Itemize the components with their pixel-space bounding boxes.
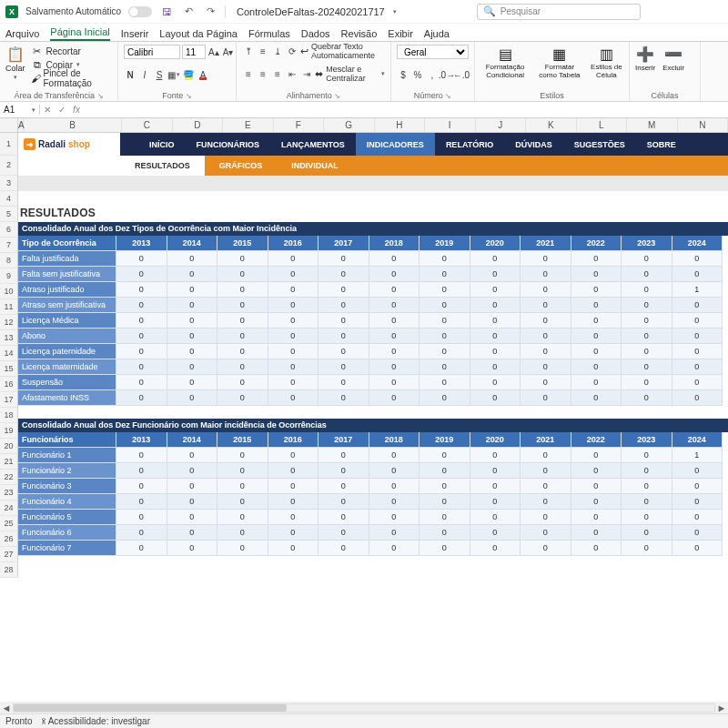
cell[interactable]: 0 [521,251,571,267]
cell[interactable]: 0 [571,313,622,329]
tab-ajuda[interactable]: Ajuda [424,26,450,41]
merge-center-button[interactable]: ⬌Mesclar e Centralizar▾ [315,67,385,80]
row-header[interactable]: 23 [0,485,18,500]
cell[interactable]: 0 [470,282,521,298]
borders-button[interactable]: ▦▾ [167,68,180,81]
cell[interactable]: 0 [318,525,369,541]
cell[interactable]: 0 [521,463,571,479]
row-header[interactable]: 21 [0,454,18,470]
cell[interactable]: 0 [268,298,319,313]
tab-layout[interactable]: Layout da Página [159,26,238,41]
cell[interactable]: 0 [167,494,218,510]
row-header[interactable]: 14 [0,346,18,361]
cell[interactable]: 0 [268,329,319,344]
cell[interactable]: 0 [521,525,571,541]
thousands-icon[interactable]: , [426,68,439,81]
underline-button[interactable]: S [153,68,166,81]
cell[interactable]: 0 [470,313,521,329]
tab-exibir[interactable]: Exibir [388,26,413,41]
cell[interactable]: 0 [369,267,420,282]
row-header[interactable]: 2 [0,156,18,176]
cell[interactable]: 0 [521,344,571,359]
cell[interactable]: 0 [318,282,369,298]
cell[interactable]: 0 [268,344,319,359]
cell[interactable]: 0 [470,541,521,556]
row-header[interactable]: 19 [0,423,18,439]
subnav-resultados[interactable]: RESULTADOS [120,156,205,176]
cell[interactable]: 0 [369,510,420,525]
accessibility-button[interactable]: 🯅 Acessibilidade: investigar [41,716,150,726]
cell[interactable]: 0 [470,375,521,390]
cell[interactable]: 0 [521,313,571,329]
cell[interactable]: 0 [268,479,319,494]
cell[interactable]: 0 [217,344,268,359]
col-header[interactable]: C [122,118,173,132]
bold-button[interactable]: N [124,68,136,81]
cell[interactable]: 0 [420,390,470,406]
cell[interactable]: 0 [672,344,723,359]
cell[interactable]: 0 [521,510,571,525]
cell[interactable]: 0 [622,344,672,359]
cell[interactable]: 0 [369,390,420,406]
cell[interactable]: 0 [521,359,571,375]
cut-button[interactable]: ✂Recortar [31,45,112,57]
cell[interactable]: 0 [116,375,167,390]
cell[interactable]: 0 [369,463,420,479]
cell[interactable]: 0 [116,479,167,494]
cell[interactable]: 0 [369,479,420,494]
col-header[interactable]: I [425,118,476,132]
currency-icon[interactable]: $ [397,68,410,81]
cell[interactable]: 0 [571,463,622,479]
cell[interactable]: 0 [420,494,470,510]
row-header[interactable]: 24 [0,500,18,516]
cell[interactable]: 0 [622,390,672,406]
tab-dados[interactable]: Dados [301,26,330,41]
row-header[interactable]: 5 [0,207,18,222]
cell[interactable]: 0 [420,525,470,541]
cell[interactable]: 0 [672,251,723,267]
cell[interactable]: 0 [116,494,167,510]
cell[interactable]: 0 [369,298,420,313]
cell[interactable]: 0 [268,359,319,375]
cell[interactable]: 0 [622,359,672,375]
col-header[interactable]: G [324,118,375,132]
increase-decimal-icon[interactable]: .0→ [440,68,453,81]
name-box[interactable]: A1▾ [0,105,40,115]
row-header[interactable]: 7 [0,238,18,253]
row-header[interactable]: 11 [0,299,18,315]
cell[interactable]: 0 [217,282,268,298]
col-header[interactable]: M [627,118,678,132]
cell[interactable]: 0 [116,525,167,541]
cell[interactable]: 0 [622,329,672,344]
cell[interactable]: 0 [672,390,723,406]
cell[interactable]: 0 [420,267,470,282]
cell[interactable]: 0 [268,375,319,390]
undo-icon[interactable]: ↶ [181,5,196,19]
cell[interactable]: 0 [116,448,167,463]
format-as-table-button[interactable]: ▦Formatar como Tabela [537,45,582,80]
cell[interactable]: 0 [116,344,167,359]
cell[interactable]: 0 [470,344,521,359]
cell[interactable]: 0 [268,390,319,406]
cell[interactable]: 0 [470,251,521,267]
cell[interactable]: 0 [318,479,369,494]
subnav-individual[interactable]: INDIVIDUAL [277,156,353,176]
cell[interactable]: 0 [571,359,622,375]
cell[interactable]: 0 [318,267,369,282]
nav-funcionários[interactable]: FUNCIONÁRIOS [186,133,271,156]
cell[interactable]: 0 [318,251,369,267]
nav-indicadores[interactable]: INDICADORES [356,133,435,156]
cell[interactable]: 0 [521,541,571,556]
cell[interactable]: 0 [167,479,218,494]
filename[interactable]: ControleDeFaltas-202402021717 [237,6,385,17]
scroll-right-icon[interactable]: ► [715,703,728,713]
row-header[interactable]: 20 [0,439,18,454]
cell[interactable]: 0 [571,251,622,267]
cell[interactable]: 0 [318,344,369,359]
cell[interactable]: 0 [268,541,319,556]
col-header[interactable]: E [223,118,274,132]
cell[interactable]: 0 [470,510,521,525]
cell[interactable]: 0 [420,510,470,525]
fill-color-button[interactable]: 🪣 [182,68,195,81]
align-right-icon[interactable]: ≡ [271,67,284,80]
